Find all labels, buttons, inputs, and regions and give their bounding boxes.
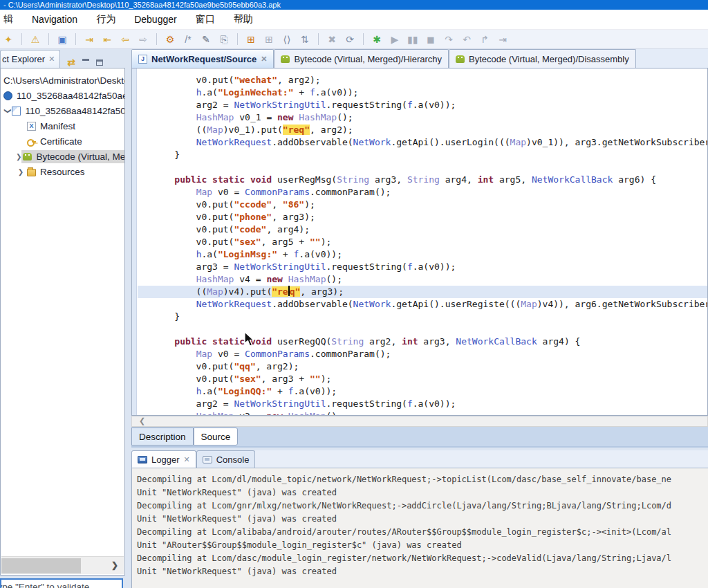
step-into-icon[interactable]: ↶ [460,34,473,45]
new-window-icon[interactable]: ▣ [56,34,68,45]
tree-item-resources[interactable]: ❯Resources [1,164,124,179]
link-with-editor-icon[interactable]: ⇄ [67,57,75,68]
folder-icon [27,169,36,176]
refresh-icon[interactable]: ⟳ [344,34,356,45]
debug-icon[interactable]: ✱ [371,34,383,45]
toolbar-separator [318,33,319,45]
tree-item-label: 110_35268aa48142fa50ae9be5b95ebb60a3.apk [17,91,125,101]
android-icon [23,153,32,160]
comment-icon[interactable]: /* [182,34,194,45]
app-window: - C:\Users\Administrator\Desktop\110_352… [0,0,708,588]
navigate-back-icon[interactable]: ⇦ [119,34,131,45]
tree-item-bytecode-virtual-merged[interactable]: ❯Bytecode (Virtual, Merged) [1,149,124,164]
menu-item-item[interactable]: 帮助 [234,13,253,26]
mouse-cursor [244,332,255,347]
code-line: NetWorkRequest.addObservable(NetWork.get… [138,136,707,149]
scroll-left-icon[interactable]: ❮ [139,416,145,425]
logger-output[interactable]: Decompiling at Lcom/dl/module_topic/netw… [131,468,708,588]
tab-project-explorer[interactable]: ct Explorer ✕ [0,50,60,68]
resume-icon[interactable]: ▶ [389,34,401,45]
toolbar-separator [363,33,364,45]
close-icon[interactable]: ✕ [48,55,55,64]
maximize-icon[interactable] [96,59,103,66]
code-line-current: ((Map)v4).put("req", arg3); [138,286,707,298]
code-line [138,161,707,174]
toolbar-separator [48,33,49,45]
tree-item-label: Resources [40,167,85,177]
tree-item-110-35268aa48142fa50ae9be5b95e[interactable]: 110_35268aa48142fa50ae9be5b95ebb60a3.apk [1,88,124,103]
expand-icon[interactable]: ❯ [16,153,21,160]
package-icon [12,107,21,116]
code-line: v0.put("ccode", "86"); [138,199,707,211]
expand-icon[interactable]: ❯ [16,168,26,176]
code-line: h.a("LoginMsg:" + f.a(v0)); [138,248,707,261]
code-line: HashMap v0_1 = new HashMap(); [138,111,707,124]
close-icon[interactable]: ✕ [183,455,189,464]
tree-item-c-users-administrator-desktop[interactable]: C:\Users\Administrator\Desktop [1,73,124,88]
goto-address-icon[interactable]: ⇥ [83,34,95,45]
step-over-icon[interactable]: ↷ [442,34,455,45]
toolbar-separator [156,33,157,45]
menu-item-item[interactable]: 辑 [3,13,13,26]
menu-item-item[interactable]: 窗口 [196,13,215,26]
console-icon [203,456,212,463]
editor-hscrollbar[interactable]: ❮ [131,416,708,427]
tree-item-certificate[interactable]: Certificate [1,134,124,149]
step-return-icon[interactable]: ↱ [478,34,491,45]
tab-networkrequest-source[interactable]: JNetWorkRequest/Source✕ [131,49,274,68]
project-tree: C:\Users\Administrator\Desktop110_35268a… [1,68,124,179]
code-editor[interactable]: v0.put("wechat", arg2); h.a("LoginWechat… [131,68,708,416]
delete-icon[interactable]: ✖ [326,34,338,45]
tree-item-label: Manifest [40,121,75,131]
tab-bytecode-virtual-merged-disass[interactable]: Bytecode (Virtual, Merged)/Disassembly [449,49,636,68]
decompile-gears-icon[interactable]: ⚙ [164,34,176,45]
pause-icon[interactable]: ▮▮ [407,34,419,45]
menu-item-item[interactable]: 行为 [96,13,115,26]
tab-bytecode-virtual-merged-hierar[interactable]: Bytecode (Virtual, Merged)/Hierarchy [274,49,449,68]
scroll-right-icon[interactable]: ❯ [111,560,118,570]
minimize-icon[interactable] [82,59,89,61]
code-line: Map v0 = CommonParams.commonParam(); [138,186,707,199]
scrollbar-thumb[interactable] [1,558,81,573]
editor-tab-bar: JNetWorkRequest/Source✕Bytecode (Virtual… [131,49,708,68]
tab-logger[interactable]: Logger✕ [131,450,196,468]
grid-view-alt-icon[interactable]: ⊞ [263,34,275,45]
rename-icon[interactable]: ✎ [200,34,212,45]
explorer-tab-label: ct Explorer [2,54,45,64]
tab-console[interactable]: Console [196,450,256,468]
explorer-hscrollbar[interactable]: ❯ [1,556,124,574]
navigate-forward-icon[interactable]: ⇨ [137,34,149,45]
code-line: h.a("LoginQQ:" + f.a(v0)); [138,385,707,398]
close-icon[interactable]: ✕ [261,55,267,64]
tree-item-label: Certificate [40,136,82,147]
code-line: public static void userRegQQ(String arg2… [138,336,707,348]
annotation-column [132,68,137,415]
logger-tab-bar: Logger✕Console [131,450,708,468]
warning-icon[interactable]: ⚠ [29,34,41,45]
export-document-icon[interactable]: ⎘ [218,34,230,45]
tree-item-110-35268aa48142fa50ae9be5b95e[interactable]: ❯110_35268aa48142fa50ae9be5b95ebb60a3.ap… [1,103,124,118]
stop-icon[interactable]: ◼ [425,34,437,45]
run-to-line-icon[interactable]: ⇥ [496,34,509,45]
code-line: HashMap v3 = new HashMap(); [138,410,707,416]
menu-item-debugger[interactable]: Debugger [134,14,177,25]
flow-view-icon[interactable]: ⇅ [299,34,311,45]
code-view-icon[interactable]: ⟨⟩ [281,34,293,45]
code-line: arg3 = NetWorkStringUtil.requestString(f… [138,261,707,273]
explorer-tab-strip: ct Explorer ✕ ⇄ [0,49,125,68]
code-line: arg2 = NetWorkStringUtil.requestString(f… [138,398,707,410]
editor-tab-label: NetWorkRequest/Source [151,54,257,64]
jump-into-icon[interactable]: ⇤ [101,34,113,45]
collapse-icon[interactable]: ❯ [4,108,12,113]
menu-item-navigation[interactable]: Navigation [32,14,77,25]
grid-view-icon[interactable]: ⊞ [245,34,257,45]
clipped-tool-icon[interactable]: ✦ [2,34,15,45]
tab-description[interactable]: Description [131,428,194,445]
filter-hint-box[interactable]: Type "Enter" to validate [0,578,123,588]
code-content: v0.put("wechat", arg2); h.a("LoginWechat… [138,74,707,416]
code-line: h.a("LoginWechat:" + f.a(v0)); [138,86,707,99]
code-line: Map v0 = CommonParams.commonParam(); [138,348,707,360]
tab-source[interactable]: Source [194,428,239,445]
log-line: Unit "ARouter$$Group$$module_login_regis… [137,539,708,552]
tree-item-manifest[interactable]: XManifest [1,118,124,134]
